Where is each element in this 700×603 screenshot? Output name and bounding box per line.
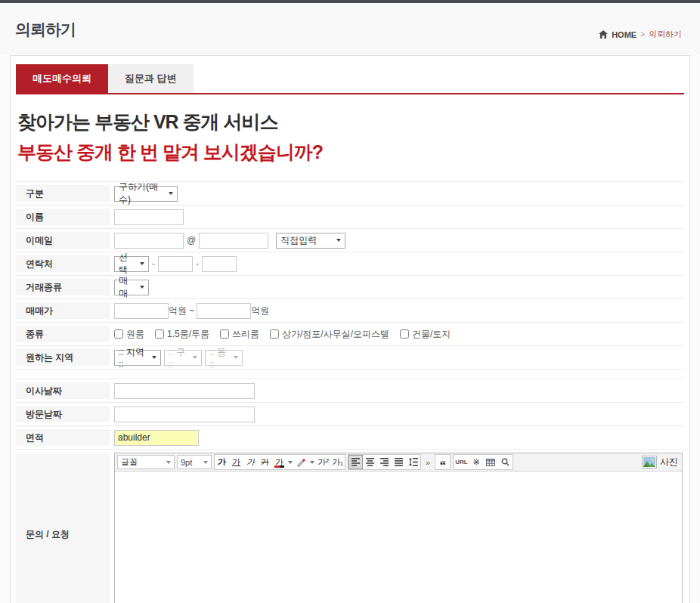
url-button[interactable]: URL: [454, 455, 469, 469]
phone-prefix-select[interactable]: 선택: [114, 256, 149, 272]
email-label: 이메일: [16, 232, 110, 249]
row-move-date: 이사날짜: [16, 379, 684, 402]
kind-option-tworoom: 1.5룸/투룸: [155, 328, 209, 341]
row-region: 원하는 지역 :: 지역 :: :: 구 :: :: 동 ::: [16, 345, 684, 369]
chevron-down-icon: [234, 356, 238, 359]
category-select[interactable]: 구하기(매수): [114, 186, 178, 202]
quote-button[interactable]: “: [435, 455, 450, 469]
row-inquiry: 문의 / 요청 글꼴 9pt 가 가 가 가 가: [16, 449, 684, 603]
align-justify-icon: [395, 458, 403, 466]
highlight-pen-icon: [296, 457, 306, 467]
row-deal-type: 거래종류 매매: [16, 275, 684, 298]
align-left-icon: [352, 458, 360, 466]
kind-option-commercial: 상가/점포/사무실/오피스텔: [270, 328, 389, 341]
line-height-icon: [409, 458, 418, 466]
align-right-button[interactable]: [377, 455, 392, 469]
chevron-down-icon: [203, 461, 208, 464]
chevron-down-icon: [140, 262, 144, 265]
underline-button[interactable]: 가: [229, 455, 243, 469]
rich-text-editor: 글꼴 9pt 가 가 가 가 가: [114, 453, 683, 603]
subscript-button[interactable]: 가₁: [330, 455, 345, 469]
kind-option-building-land: 건물/토지: [400, 328, 451, 341]
request-form-lower: 이사날짜 방문날짜 면적 문의 / 요청 글꼴 9pt: [16, 379, 684, 603]
kind-option-threeroom: 쓰리룸: [220, 328, 259, 341]
search-button[interactable]: [498, 455, 513, 469]
photo-button[interactable]: 사진: [642, 456, 678, 468]
breadcrumb: HOME > 의뢰하기: [599, 29, 682, 40]
superscript-button[interactable]: 가²: [316, 455, 330, 469]
area-label: 면적: [16, 429, 110, 446]
align-justify-button[interactable]: [392, 455, 406, 469]
price-unit-mid: 억원 ~: [169, 305, 194, 317]
align-center-icon: [366, 458, 374, 466]
tab-sell-buy-request[interactable]: 매도매수의뢰: [16, 64, 108, 93]
font-family-select[interactable]: 글꼴: [117, 455, 175, 469]
email-at-sign: @: [187, 235, 196, 246]
kind-label: 종류: [16, 326, 110, 342]
align-right-icon: [380, 458, 389, 466]
toolbar-more-button[interactable]: »: [423, 458, 432, 467]
align-left-button[interactable]: [348, 455, 363, 469]
chevron-down-icon: [193, 356, 197, 359]
insert-button-group: URL ※: [453, 454, 513, 470]
price-max-input[interactable]: [197, 303, 251, 319]
email-domain-input[interactable]: [199, 233, 268, 249]
area-input[interactable]: [114, 430, 199, 446]
tab-qna[interactable]: 질문과 답변: [108, 64, 194, 93]
photo-icon: [642, 456, 657, 468]
region-gu-select[interactable]: :: 구 ::: [164, 350, 202, 366]
font-color-swatch: [274, 465, 284, 468]
region-dong-select[interactable]: :: 동 ::: [205, 350, 243, 366]
email-provider-select[interactable]: 직접입력: [276, 233, 345, 249]
breadcrumb-current: 의뢰하기: [649, 29, 682, 40]
highlight-button[interactable]: [294, 455, 308, 469]
kind-checkbox-tworoom[interactable]: [155, 329, 164, 339]
kind-checkbox-building-land[interactable]: [400, 329, 409, 339]
kind-option-oneroom: 원룸: [114, 328, 144, 341]
italic-button[interactable]: 가: [243, 455, 258, 469]
special-char-button[interactable]: ※: [469, 455, 484, 469]
editor-content-area[interactable]: [115, 472, 682, 603]
row-price: 매매가 억원 ~ 억원: [16, 298, 684, 322]
region-sido-select[interactable]: :: 지역 ::: [114, 350, 161, 366]
chevron-down-icon: [336, 239, 341, 242]
kind-checkbox-threeroom[interactable]: [220, 329, 229, 339]
name-input[interactable]: [114, 209, 184, 225]
intro-line1: 찾아가는 부동산 VR 중개 서비스: [17, 110, 684, 135]
phone-dash-1: -: [152, 258, 155, 269]
font-size-select[interactable]: 9pt: [177, 455, 212, 469]
chevron-down-icon: [140, 286, 144, 289]
kind-checkbox-oneroom[interactable]: [114, 329, 123, 339]
bold-button[interactable]: 가: [215, 455, 229, 469]
breadcrumb-home-link[interactable]: HOME: [612, 30, 637, 39]
visit-date-input[interactable]: [114, 407, 255, 422]
strikethrough-button[interactable]: 가: [258, 455, 272, 469]
highlight-dropdown-arrow[interactable]: [310, 461, 314, 464]
email-local-input[interactable]: [114, 233, 184, 249]
table-button[interactable]: [484, 455, 498, 469]
phone-middle-input[interactable]: [158, 256, 193, 272]
editor-toolbar: 글꼴 9pt 가 가 가 가 가: [115, 453, 682, 472]
align-center-button[interactable]: [363, 455, 377, 469]
price-label: 매매가: [16, 302, 110, 319]
price-unit-end: 억원: [251, 305, 269, 317]
phone-last-input[interactable]: [202, 256, 237, 272]
intro-line2: 부동산 중개 한 번 맡겨 보시겠습니까?: [17, 140, 684, 165]
line-height-button[interactable]: [406, 455, 420, 469]
table-icon: [486, 459, 495, 466]
chevron-down-icon: [152, 356, 156, 359]
move-date-input[interactable]: [114, 383, 255, 399]
kind-checkbox-commercial[interactable]: [270, 329, 279, 339]
price-min-input[interactable]: [114, 303, 169, 319]
deal-type-select[interactable]: 매매: [114, 280, 149, 295]
font-color-dropdown-arrow[interactable]: [288, 461, 293, 464]
row-area: 면적: [16, 425, 684, 449]
phone-dash-2: -: [196, 258, 199, 269]
font-color-button[interactable]: 가: [272, 455, 287, 469]
tab-underline: [16, 93, 684, 94]
search-icon: [501, 458, 510, 466]
quote-button-group: “: [435, 454, 451, 470]
row-kind: 종류 원룸 1.5룸/투룸 쓰리룸 상가/점포/사무실/오피스텔: [16, 322, 684, 345]
page-title: 의뢰하기: [15, 19, 76, 40]
row-phone: 연락처 선택 - -: [16, 252, 684, 275]
